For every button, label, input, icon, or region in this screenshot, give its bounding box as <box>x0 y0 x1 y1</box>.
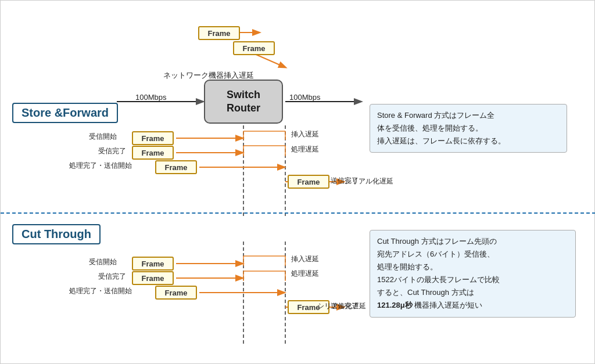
frame-top-2: Frame <box>233 41 275 55</box>
frame-top-1: Frame <box>198 26 240 40</box>
speed-left: 100Mbps <box>135 93 166 102</box>
sf-serial-delay: シリアル化遅延 <box>345 176 393 186</box>
sf-receive-start: 受信開始 <box>89 132 117 142</box>
sf-frame-4: Frame <box>288 175 329 189</box>
cut-through-label: Cut Through <box>12 224 101 244</box>
ct-receive-end: 受信完了 <box>98 272 126 282</box>
switch-router-box: Switch Router <box>204 80 283 124</box>
store-forward-label: Store &Forward <box>12 103 118 123</box>
ct-insertion-delay: 挿入遅延 <box>291 254 319 264</box>
sf-info-box: Store & Forward 方式はフレーム全 体を受信後、処理を開始する。 … <box>370 104 567 153</box>
sf-frame-2: Frame <box>132 146 174 160</box>
sf-process-delay: 処理遅延 <box>291 145 319 154</box>
sf-process-send: 処理完了・送信開始 <box>69 161 132 171</box>
section-divider <box>1 212 595 214</box>
ct-frame-1: Frame <box>132 257 174 271</box>
ct-process-delay: 処理遅延 <box>291 269 319 279</box>
ct-process-send: 処理完了・送信開始 <box>69 286 132 296</box>
diagram-container: ネットワーク機器挿入遅延 Frame Frame Switch Router 1… <box>0 0 595 364</box>
ct-receive-start: 受信開始 <box>89 257 117 267</box>
ct-frame-3: Frame <box>155 286 197 300</box>
ct-serial-delay: シリアル化遅延 <box>317 301 366 311</box>
sf-frame-3: Frame <box>155 160 197 174</box>
sf-insertion-delay: 挿入遅延 <box>291 129 319 139</box>
ct-info-box: Cut Through 方式はフレーム先頭の宛先アドレス（6バイト）受信後、処理… <box>370 230 576 318</box>
ct-frame-2: Frame <box>132 271 174 285</box>
sf-receive-end: 受信完了 <box>98 146 126 156</box>
sf-frame-1: Frame <box>132 131 174 145</box>
speed-right: 100Mbps <box>289 93 320 102</box>
